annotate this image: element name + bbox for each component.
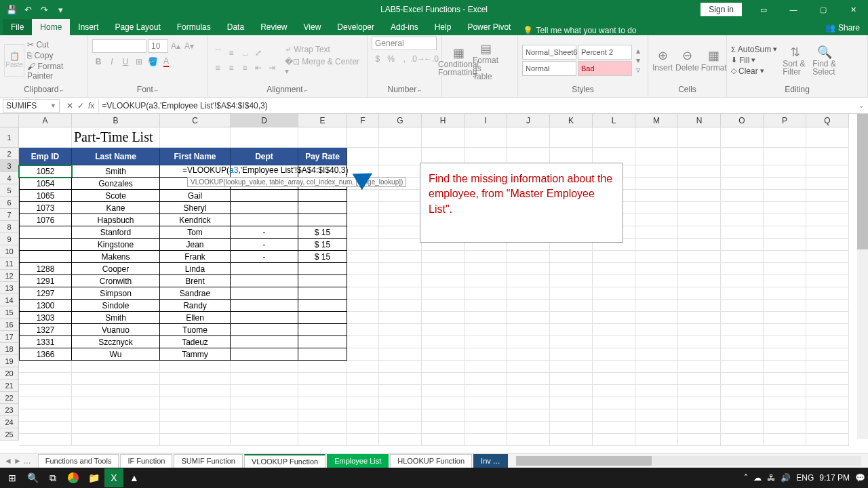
autosave-icon[interactable]: 💾 bbox=[4, 2, 19, 17]
sheet-tab[interactable]: HLOOKUP Function bbox=[390, 454, 472, 468]
delete-cells-button[interactable]: ⊖Delete bbox=[675, 48, 699, 73]
network-icon[interactable]: 🖧 bbox=[767, 473, 775, 483]
percent-icon[interactable]: % bbox=[385, 53, 397, 65]
number-launcher-icon[interactable]: ⌐ bbox=[418, 87, 421, 94]
task-view-icon[interactable]: ⧉ bbox=[43, 468, 62, 487]
insert-cells-button[interactable]: ⊕Insert bbox=[652, 48, 673, 73]
copy-button[interactable]: ⎘ Copy bbox=[27, 51, 83, 60]
sheet-tab[interactable]: Employee List bbox=[327, 454, 389, 468]
notifications-icon[interactable]: 💬 bbox=[855, 473, 865, 483]
merge-center-button[interactable]: �⊡ Merge & Center ▾ bbox=[285, 57, 363, 76]
wrap-text-button[interactable]: ⤶ Wrap Text bbox=[285, 45, 363, 54]
autosum-button[interactable]: Σ AutoSum ▾ bbox=[731, 45, 777, 54]
row-headers[interactable]: 1234567891011121314151617181920212223242… bbox=[0, 127, 19, 453]
style-normal[interactable]: Normal bbox=[522, 61, 576, 76]
tab-page-layout[interactable]: Page Layout bbox=[106, 19, 168, 35]
fill-button[interactable]: ⬇ Fill ▾ bbox=[731, 56, 777, 65]
tray-up-icon[interactable]: ˄ bbox=[744, 473, 748, 483]
start-icon[interactable]: ⊞ bbox=[3, 468, 22, 487]
comma-icon[interactable]: , bbox=[398, 53, 410, 65]
tab-formulas[interactable]: Formulas bbox=[169, 19, 219, 35]
border-icon[interactable]: ⊞ bbox=[133, 56, 145, 68]
explorer-icon[interactable]: 📁 bbox=[84, 468, 103, 487]
close-icon[interactable]: ✕ bbox=[838, 0, 868, 19]
orientation-icon[interactable]: ⤢ bbox=[252, 47, 264, 59]
tab-developer[interactable]: Developer bbox=[329, 19, 382, 35]
enter-formula-icon[interactable]: ✓ bbox=[77, 101, 84, 110]
sheet-nav-next-icon[interactable]: ► bbox=[14, 456, 22, 466]
clear-button[interactable]: ◇ Clear ▾ bbox=[731, 66, 777, 76]
cell-grid[interactable]: =VLOOKUP(a3,'Employee List'!$A$4:$I$40,3… bbox=[19, 127, 868, 453]
chrome-icon[interactable] bbox=[64, 468, 83, 487]
font-launcher-icon[interactable]: ⌐ bbox=[155, 87, 158, 94]
tab-help[interactable]: Help bbox=[427, 19, 460, 35]
style-bad[interactable]: Bad bbox=[578, 61, 632, 76]
number-format-select[interactable]: General bbox=[372, 37, 437, 50]
ribbon-display-icon[interactable]: ▭ bbox=[749, 0, 778, 19]
format-painter-button[interactable]: 🖌 Format Painter bbox=[27, 62, 83, 81]
style-normal-sheet6[interactable]: Normal_Sheet6 bbox=[522, 45, 576, 60]
sheet-tab[interactable]: Functions and Tools bbox=[38, 454, 119, 468]
style-percent-2[interactable]: Percent 2 bbox=[578, 45, 632, 60]
share-button[interactable]: 👥Share bbox=[817, 20, 868, 35]
system-tray[interactable]: ˄ ☁ 🖧 🔊 ENG 9:17 PM 💬 bbox=[744, 473, 865, 483]
decrease-font-icon[interactable]: A▾ bbox=[183, 40, 195, 52]
font-color-icon[interactable]: A bbox=[160, 56, 172, 68]
cancel-formula-icon[interactable]: ✕ bbox=[66, 101, 73, 110]
styles-down-icon[interactable]: ▾ bbox=[636, 56, 640, 65]
clock[interactable]: 9:17 PM bbox=[819, 473, 850, 483]
decrease-decimal-icon[interactable]: ←.0 bbox=[425, 53, 437, 65]
language-indicator[interactable]: ENG bbox=[796, 473, 814, 483]
sheet-tab[interactable]: VLOOKUP Function bbox=[244, 454, 326, 468]
italic-icon[interactable]: I bbox=[106, 56, 118, 68]
tab-powerpivot[interactable]: Power Pivot bbox=[459, 19, 519, 35]
align-top-icon[interactable]: ⎴ bbox=[212, 47, 224, 59]
formula-input[interactable]: =VLOOKUP(a3,'Employee List'!$A$4:$I$40,3… bbox=[98, 99, 854, 113]
font-size-input[interactable]: 10 bbox=[148, 39, 168, 53]
tab-file[interactable]: File bbox=[3, 19, 32, 35]
accounting-icon[interactable]: $ bbox=[372, 53, 384, 65]
tell-me[interactable]: 💡Tell me what you want to do bbox=[523, 26, 636, 35]
search-icon[interactable]: 🔍 bbox=[23, 468, 42, 487]
align-left-icon[interactable]: ≡ bbox=[212, 62, 224, 74]
styles-more-icon[interactable]: ▿ bbox=[636, 65, 640, 75]
find-select-button[interactable]: 🔍Find & Select bbox=[812, 45, 837, 76]
redo-icon[interactable]: ↷ bbox=[37, 2, 52, 17]
volume-icon[interactable]: 🔊 bbox=[781, 473, 791, 483]
sheet-nav-menu-icon[interactable]: … bbox=[23, 456, 31, 466]
format-as-table-button[interactable]: ▤Format as Table bbox=[473, 41, 498, 81]
sheet-tab[interactable]: Inv … bbox=[473, 454, 508, 468]
qat-customize-icon[interactable]: ▾ bbox=[53, 2, 68, 17]
column-headers[interactable]: ABCDEFGHIJKLMNOPQ bbox=[19, 114, 849, 127]
align-center-icon[interactable]: ≡ bbox=[225, 62, 237, 74]
tab-addins[interactable]: Add-ins bbox=[382, 19, 427, 35]
vertical-scrollbar[interactable] bbox=[857, 114, 868, 439]
vlc-icon[interactable]: ▲ bbox=[125, 468, 144, 487]
sign-in-button[interactable]: Sign in bbox=[701, 3, 742, 16]
excel-taskbar-icon[interactable]: X bbox=[104, 468, 123, 487]
conditional-formatting-button[interactable]: ▦Conditional Formatting bbox=[446, 45, 471, 77]
maximize-icon[interactable]: ▢ bbox=[808, 0, 838, 19]
expand-formula-bar-icon[interactable]: ⌄ bbox=[854, 102, 868, 109]
bold-icon[interactable]: B bbox=[92, 56, 104, 68]
horizontal-scrollbar[interactable] bbox=[516, 456, 861, 466]
alignment-launcher-icon[interactable]: ⌐ bbox=[304, 87, 308, 94]
tab-view[interactable]: View bbox=[296, 19, 330, 35]
undo-icon[interactable]: ↶ bbox=[20, 2, 35, 17]
align-right-icon[interactable]: ≡ bbox=[239, 62, 251, 74]
align-bottom-icon[interactable]: ⎵ bbox=[239, 47, 251, 59]
cloud-icon[interactable]: ☁ bbox=[753, 473, 762, 483]
styles-up-icon[interactable]: ▴ bbox=[636, 46, 640, 56]
cut-button[interactable]: ✂ Cut bbox=[27, 40, 83, 49]
tab-review[interactable]: Review bbox=[252, 19, 295, 35]
select-all-triangle[interactable] bbox=[0, 114, 19, 127]
minimize-icon[interactable]: — bbox=[778, 0, 808, 19]
tab-insert[interactable]: Insert bbox=[70, 19, 106, 35]
increase-decimal-icon[interactable]: .0→ bbox=[412, 53, 424, 65]
underline-icon[interactable]: U bbox=[119, 56, 132, 68]
cell-edit-overlay[interactable]: =VLOOKUP(a3,'Employee List'!$A$4:$I$40,3… bbox=[182, 165, 348, 175]
indent-decrease-icon[interactable]: ⇤ bbox=[252, 62, 264, 74]
sheet-nav-prev-icon[interactable]: ◄ bbox=[4, 456, 12, 466]
format-cells-button[interactable]: ▦Format bbox=[702, 48, 726, 73]
align-middle-icon[interactable]: ≡ bbox=[225, 47, 237, 59]
